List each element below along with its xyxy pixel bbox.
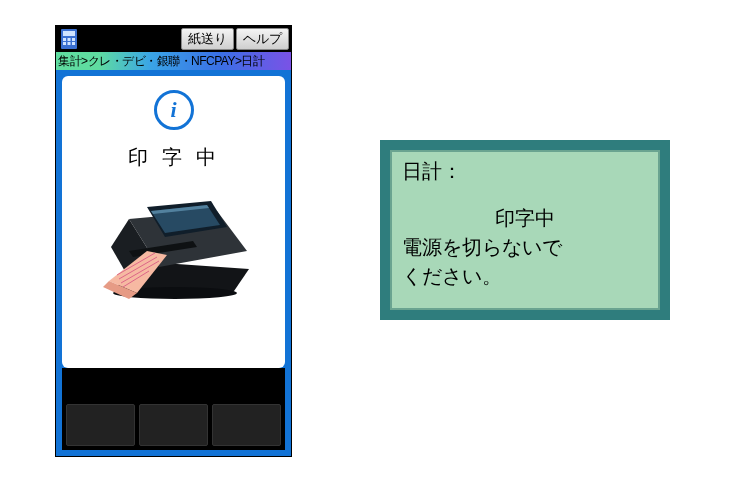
customer-display: 日計： 印字中 電源を切らないで ください。 xyxy=(380,140,670,320)
topbar-spacer xyxy=(82,26,181,52)
info-icon: i xyxy=(154,90,194,130)
svg-rect-3 xyxy=(68,38,71,41)
printing-status-text: 印字中 xyxy=(118,144,230,171)
svg-rect-4 xyxy=(72,38,75,41)
breadcrumb: 集計>クレ・デビ・銀聯・NFCPAY>日計 xyxy=(56,52,291,70)
svg-rect-6 xyxy=(68,42,71,45)
printer-illustration xyxy=(89,181,259,311)
lcd-status-text: 印字中 xyxy=(402,205,648,232)
softkey-slot-3[interactable] xyxy=(212,404,281,446)
svg-rect-1 xyxy=(63,31,75,36)
customer-display-screen: 日計： 印字中 電源を切らないで ください。 xyxy=(390,150,660,310)
terminal-screen: i 印字中 xyxy=(56,70,291,456)
terminal-topbar: 紙送り ヘルプ xyxy=(56,26,291,52)
svg-rect-2 xyxy=(63,38,66,41)
svg-rect-5 xyxy=(63,42,66,45)
softkey-slot-1[interactable] xyxy=(66,404,135,446)
terminal-softkey-bar xyxy=(62,368,285,450)
svg-rect-7 xyxy=(72,42,75,45)
info-panel: i 印字中 xyxy=(62,76,285,368)
softkey-slot-2[interactable] xyxy=(139,404,208,446)
lcd-warning-line2: ください。 xyxy=(402,263,648,290)
paper-feed-button[interactable]: 紙送り xyxy=(181,28,234,50)
lcd-warning-line1: 電源を切らないで xyxy=(402,234,648,261)
calculator-icon xyxy=(56,26,82,52)
terminal-device: 紙送り ヘルプ 集計>クレ・デビ・銀聯・NFCPAY>日計 i 印字中 xyxy=(55,25,292,457)
lcd-title: 日計： xyxy=(402,158,648,185)
help-button[interactable]: ヘルプ xyxy=(236,28,289,50)
